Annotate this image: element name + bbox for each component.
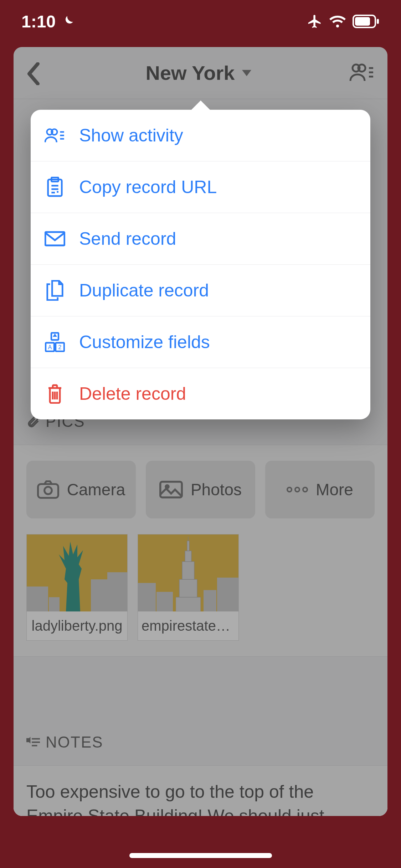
moon-icon — [61, 14, 75, 29]
menu-label: Customize fields — [79, 332, 210, 352]
menu-customize-fields[interactable]: A2 Customize fields — [31, 316, 370, 368]
home-indicator[interactable] — [129, 853, 272, 858]
menu-send-record[interactable]: Send record — [31, 213, 370, 265]
battery-icon — [353, 15, 380, 28]
duplicate-icon — [46, 280, 64, 301]
svg-text:A: A — [48, 344, 52, 350]
status-time: 1:10 — [21, 12, 56, 31]
activity-icon — [45, 127, 65, 144]
wifi-icon — [329, 14, 346, 29]
clipboard-icon — [46, 177, 64, 197]
menu-show-activity[interactable]: Show activity — [31, 110, 370, 161]
app-frame: New York PICS Camera Ph — [14, 47, 387, 816]
menu-label: Copy record URL — [79, 177, 217, 197]
blocks-icon: A2 — [45, 332, 65, 352]
menu-duplicate-record[interactable]: Duplicate record — [31, 265, 370, 316]
menu-label: Delete record — [79, 383, 186, 404]
menu-copy-url[interactable]: Copy record URL — [31, 161, 370, 213]
svg-text:2: 2 — [58, 344, 62, 350]
menu-label: Send record — [79, 228, 176, 249]
svg-rect-2 — [377, 19, 379, 24]
mail-icon — [45, 231, 65, 247]
menu-delete-record[interactable]: Delete record — [31, 368, 370, 419]
status-right — [307, 14, 380, 29]
trash-icon — [47, 384, 63, 404]
record-menu-popover: Show activity Copy record URL Send recor… — [31, 110, 370, 419]
airplane-icon — [307, 14, 323, 29]
status-bar: 1:10 — [0, 0, 401, 43]
svg-rect-1 — [355, 17, 370, 26]
menu-label: Duplicate record — [79, 280, 209, 301]
status-left: 1:10 — [21, 12, 75, 31]
menu-label: Show activity — [79, 125, 183, 146]
